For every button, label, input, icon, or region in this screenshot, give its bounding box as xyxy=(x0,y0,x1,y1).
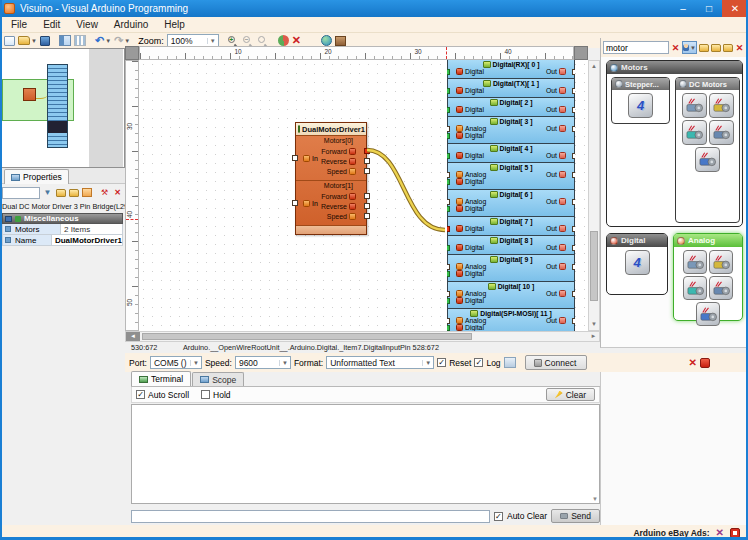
out-pin[interactable] xyxy=(572,88,575,94)
palette-item-analog-motor-4[interactable] xyxy=(709,276,733,300)
palette-item-dc-motor-driver-4[interactable] xyxy=(709,120,734,145)
vscroll-thumb[interactable] xyxy=(590,231,598,301)
menu-edit[interactable]: Edit xyxy=(35,18,68,31)
board-channel[interactable]: Digital[ 4 ]DigitalOut xyxy=(447,143,575,163)
property-value[interactable]: 2 Items xyxy=(61,224,122,234)
digital-in-pin[interactable] xyxy=(447,69,450,75)
send-button[interactable]: Send xyxy=(551,509,600,523)
port-select[interactable]: COM5 ()▼ xyxy=(150,356,202,369)
property-group-header[interactable]: Miscellaneous xyxy=(2,213,123,224)
analog-in-pin[interactable] xyxy=(447,172,450,178)
log-file-icon[interactable] xyxy=(504,357,516,368)
out-pin[interactable] xyxy=(572,172,575,178)
category-header[interactable]: Digital xyxy=(607,234,667,247)
analog-in-pin[interactable] xyxy=(447,264,450,270)
open-dropdown-icon[interactable]: ▼ xyxy=(31,38,37,44)
palette-close-icon[interactable]: ✕ xyxy=(734,42,745,53)
auto-clear-checkbox[interactable] xyxy=(494,512,503,521)
palette-item-dc-motor-driver-3[interactable] xyxy=(682,120,707,145)
out-pin[interactable] xyxy=(572,199,575,205)
palette-item-digital-motor-component[interactable]: 4 xyxy=(625,250,650,275)
output-pin[interactable] xyxy=(364,168,370,174)
digital-in-pin[interactable] xyxy=(447,226,450,232)
new-category-icon[interactable] xyxy=(698,42,709,53)
analog-in-pin[interactable] xyxy=(447,318,450,324)
output-pin[interactable] xyxy=(364,203,370,209)
open-project-button[interactable]: ▼ xyxy=(17,34,38,47)
clear-button[interactable]: Clear xyxy=(546,388,595,401)
send-input[interactable] xyxy=(131,510,490,523)
digital-in-pin[interactable] xyxy=(447,206,450,212)
out-pin[interactable] xyxy=(572,126,575,132)
undo-button[interactable]: ↶▼ xyxy=(94,34,112,47)
tab-terminal[interactable]: Terminal xyxy=(131,371,191,386)
tab-scope[interactable]: Scope xyxy=(192,372,244,386)
digital-in-pin[interactable] xyxy=(447,179,450,185)
menu-file[interactable]: File xyxy=(3,18,35,31)
category-analog[interactable]: Analog xyxy=(673,233,743,321)
palette-item-dc-motor-driver-2[interactable] xyxy=(709,93,734,118)
terminal-output[interactable]: ▼ xyxy=(131,404,600,504)
overview-minimap[interactable] xyxy=(0,48,125,168)
menu-view[interactable]: View xyxy=(68,18,106,31)
palette-item-analog-motor-5[interactable] xyxy=(696,302,720,326)
out-pin[interactable] xyxy=(572,318,575,324)
category-digital[interactable]: Digital4 xyxy=(606,233,668,295)
category-motors[interactable]: MotorsStepper...4DC Motors xyxy=(606,60,743,227)
board-channel[interactable]: Digital(TX)[ 1 ]DigitalOut xyxy=(447,78,575,98)
analog-in-pin[interactable] xyxy=(447,291,450,297)
close-button[interactable]: ✕ xyxy=(722,0,748,17)
speed-select[interactable]: 9600▼ xyxy=(235,356,291,369)
auto-scroll-checkbox[interactable] xyxy=(136,390,145,399)
component-header[interactable]: DualMotorDriver1 xyxy=(296,123,366,136)
category-header[interactable]: Analog xyxy=(674,234,742,247)
ad-stop-icon[interactable] xyxy=(730,528,740,538)
digital-in-pin[interactable] xyxy=(447,133,450,139)
property-row[interactable]: NameDualMotorDriver1 xyxy=(2,235,123,246)
toggle-panels-button[interactable] xyxy=(58,34,72,47)
board-channel[interactable]: Digital[ 8 ]DigitalOut xyxy=(447,235,575,255)
palette-search-input[interactable] xyxy=(603,41,669,54)
output-pin[interactable] xyxy=(364,193,370,199)
collapse-all-icon[interactable] xyxy=(68,187,79,198)
board-channel[interactable]: Digital[ 6 ]AnalogOutDigital xyxy=(447,189,575,217)
input-pin[interactable] xyxy=(292,155,298,161)
digital-in-pin[interactable] xyxy=(447,325,450,331)
stop-icon[interactable] xyxy=(700,358,710,368)
output-pin[interactable] xyxy=(364,148,370,154)
digital-in-pin[interactable] xyxy=(447,153,450,159)
subcategory-header[interactable]: Stepper... xyxy=(612,78,669,90)
palette-item-dc-motor-driver-1[interactable] xyxy=(682,93,707,118)
palette-item-analog-motor-3[interactable] xyxy=(683,276,707,300)
out-pin[interactable] xyxy=(572,107,575,113)
scroll-left-icon[interactable]: ◄ xyxy=(126,332,140,341)
out-pin[interactable] xyxy=(572,264,575,270)
board-channel[interactable]: Digital[ 7 ]DigitalOut xyxy=(447,216,575,236)
palette-item-analog-motor-2[interactable] xyxy=(709,250,733,274)
out-pin[interactable] xyxy=(572,69,575,75)
palette-item-dc-motor-driver-5[interactable] xyxy=(695,147,720,172)
minimize-button[interactable]: – xyxy=(670,0,696,17)
subcategory-stepper[interactable]: Stepper...4 xyxy=(611,77,670,124)
canvas-vertical-scrollbar[interactable]: ▲ ▼ xyxy=(588,60,600,331)
category-header[interactable]: Motors xyxy=(607,61,742,74)
board-channel[interactable]: Digital[ 9 ]AnalogOutDigital xyxy=(447,254,575,282)
palette-item-stepper-motor-component[interactable]: 4 xyxy=(628,93,653,118)
output-pin[interactable] xyxy=(364,158,370,164)
scroll-down-icon[interactable]: ▼ xyxy=(589,319,599,330)
properties-close-icon[interactable]: ✕ xyxy=(112,187,123,198)
output-pin[interactable] xyxy=(364,213,370,219)
format-select[interactable]: Unformatted Text▼ xyxy=(326,356,434,369)
property-value[interactable]: DualMotorDriver1 xyxy=(52,235,122,245)
tools-icon[interactable]: ⚒ xyxy=(99,187,110,198)
analog-in-pin[interactable] xyxy=(447,126,450,132)
out-pin[interactable] xyxy=(572,226,575,232)
subcategory-header[interactable]: DC Motors xyxy=(676,78,739,90)
board-channel[interactable]: Digital[ 5 ]AnalogOutDigital xyxy=(447,162,575,190)
menu-help[interactable]: Help xyxy=(156,18,193,31)
connect-button[interactable]: Connect xyxy=(525,355,587,370)
hscroll-thumb[interactable] xyxy=(142,333,472,340)
component-dualmotordriver1[interactable]: DualMotorDriver1 Motors[0]ForwardReverse… xyxy=(295,122,367,235)
save-project-button[interactable] xyxy=(39,34,51,47)
expand-categories-icon[interactable] xyxy=(710,42,721,53)
